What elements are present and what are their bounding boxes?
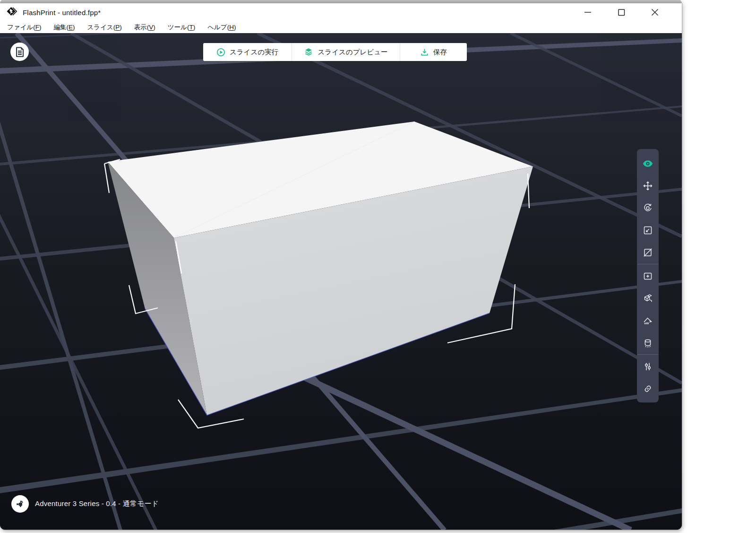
menu-slice[interactable]: スライス(P) <box>81 22 128 33</box>
scale-tool-button[interactable] <box>637 219 659 241</box>
support-icon <box>643 315 653 326</box>
window-controls <box>581 3 662 21</box>
add-model-icon <box>643 271 653 281</box>
document-icon <box>15 46 25 58</box>
flashforge-logo-icon <box>7 6 18 18</box>
machine-status-text: Adventurer 3 Series - 0.4 - 通常モード <box>35 499 159 508</box>
tool-palette <box>637 149 659 402</box>
tool-divider <box>637 264 658 264</box>
cut-tool-button[interactable] <box>637 241 659 263</box>
maximize-button[interactable] <box>614 5 628 19</box>
screen: FlashPrint - untitled.fpp* ファイル(F) 編集(E)… <box>0 0 756 533</box>
view-tool-button[interactable] <box>637 152 659 175</box>
action-toolbar: スライスの実行 スライスのプレビュー 保存 <box>203 43 467 61</box>
save-button[interactable]: 保存 <box>400 43 467 61</box>
build-plate-scene <box>0 33 682 530</box>
close-button[interactable] <box>648 5 662 19</box>
menu-tools[interactable]: ツール(T) <box>162 22 201 33</box>
start-slicing-button[interactable]: スライスの実行 <box>203 43 292 61</box>
status-bar: Adventurer 3 Series - 0.4 - 通常モード <box>11 495 159 513</box>
start-slicing-label: スライスの実行 <box>230 48 278 57</box>
slice-preview-label: スライスのプレビュー <box>318 48 387 57</box>
layers-icon <box>304 47 313 57</box>
machine-type-button[interactable] <box>11 495 29 513</box>
menu-view[interactable]: 表示(V) <box>128 22 162 33</box>
save-label: 保存 <box>433 48 447 57</box>
move-tool-button[interactable] <box>637 175 659 197</box>
save-download-icon <box>420 48 429 57</box>
maximize-icon <box>616 7 627 17</box>
tune-tool-button[interactable] <box>637 355 659 377</box>
support-tool-button[interactable] <box>637 309 659 332</box>
window-top-border <box>0 0 682 3</box>
scale-icon <box>643 225 653 236</box>
printer-extruder-icon <box>15 499 26 509</box>
minimize-button[interactable] <box>581 5 595 19</box>
slice-preview-button[interactable]: スライスのプレビュー <box>292 43 400 61</box>
link-icon <box>643 384 653 394</box>
tune-sliders-icon <box>643 361 653 372</box>
eye-icon <box>642 158 653 169</box>
link-tool-button[interactable] <box>637 377 659 400</box>
play-circle-icon <box>216 48 225 57</box>
load-file-button[interactable] <box>10 43 29 61</box>
menu-bar: ファイル(F) 編集(E) スライス(P) 表示(V) ツール(T) ヘルプ(H… <box>0 21 682 33</box>
add-model-button[interactable] <box>637 265 659 287</box>
raft-tool-button[interactable] <box>637 332 659 354</box>
viewport-3d[interactable]: スライスの実行 スライスのプレビュー 保存 <box>0 33 682 530</box>
rotate-tool-button[interactable] <box>637 197 659 219</box>
app-window: FlashPrint - untitled.fpp* ファイル(F) 編集(E)… <box>0 0 682 530</box>
menu-file[interactable]: ファイル(F) <box>1 22 48 33</box>
title-bar[interactable]: FlashPrint - untitled.fpp* <box>0 3 682 21</box>
arrange-tool-button[interactable] <box>637 287 659 309</box>
arrange-boxes-icon <box>643 293 653 304</box>
close-icon <box>650 7 660 17</box>
raft-cylinder-icon <box>643 338 653 348</box>
menu-edit[interactable]: 編集(E) <box>48 22 81 33</box>
move-icon <box>643 181 653 191</box>
cut-icon <box>643 247 653 258</box>
rotate-icon <box>643 203 653 213</box>
minimize-icon <box>583 7 593 17</box>
window-title: FlashPrint - untitled.fpp* <box>23 9 101 17</box>
menu-help[interactable]: ヘルプ(H) <box>201 22 242 33</box>
tool-divider <box>637 354 658 355</box>
